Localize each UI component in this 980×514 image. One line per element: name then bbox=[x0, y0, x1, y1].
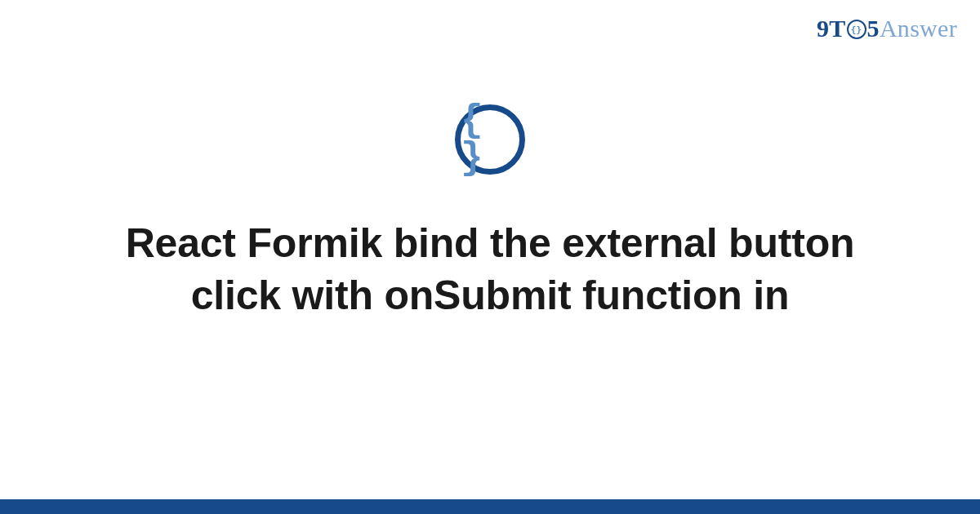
main-content: { } React Formik bind the external butto… bbox=[0, 0, 980, 321]
footer-accent-bar bbox=[0, 499, 980, 514]
page-title: React Formik bind the external button cl… bbox=[114, 217, 866, 321]
category-icon-ring: { } bbox=[455, 104, 525, 175]
code-braces-icon: { } bbox=[461, 102, 519, 177]
